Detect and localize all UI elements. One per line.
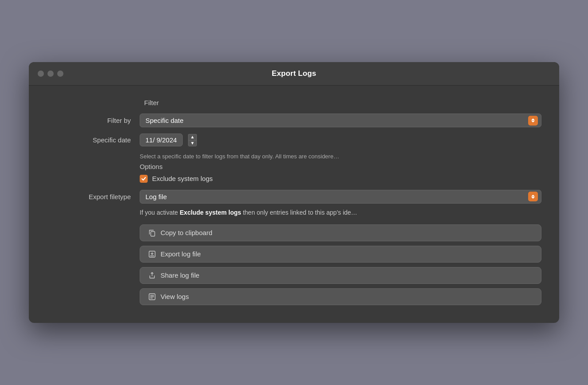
info-text-bold: Exclude system logs — [180, 209, 241, 216]
filter-by-control: Specific date Date range All logs — [140, 114, 541, 127]
copy-icon — [148, 229, 156, 237]
export-log-file-label: Export log file — [161, 250, 201, 258]
filter-by-label: Filter by — [47, 117, 140, 124]
date-wrapper: 11/ 9/2024 ▲ ▼ — [140, 134, 541, 146]
minimize-button[interactable] — [47, 71, 54, 77]
window-title: Export Logs — [272, 69, 316, 78]
date-decrement-button[interactable]: ▼ — [188, 140, 197, 146]
share-log-file-button[interactable]: Share log file — [140, 267, 541, 284]
exclude-system-logs-label: Exclude system logs — [152, 175, 213, 182]
date-input-box: 11/ 9/2024 — [140, 134, 183, 146]
view-logs-button[interactable]: View logs — [140, 288, 541, 305]
filter-by-select[interactable]: Specific date Date range All logs — [140, 114, 541, 127]
copy-to-clipboard-label: Copy to clipboard — [161, 229, 212, 236]
exclude-system-logs-row: Exclude system logs — [140, 175, 541, 183]
action-buttons-area: Copy to clipboard Export log file Share … — [140, 224, 541, 305]
date-value: 11/ 9/2024 — [145, 136, 177, 144]
export-filetype-row: Export filetype Log file CSV JSON — [47, 190, 541, 204]
export-log-file-button[interactable]: Export log file — [140, 246, 541, 263]
filetype-select-wrapper: Log file CSV JSON — [140, 190, 541, 204]
maximize-button[interactable] — [57, 71, 63, 77]
export-filetype-label: Export filetype — [47, 193, 140, 200]
export-logs-window: Export Logs Filter Filter by Specific da… — [29, 62, 559, 322]
export-icon — [148, 250, 156, 258]
date-hint-text: Select a specific date to filter logs fr… — [140, 153, 541, 161]
titlebar: Export Logs — [29, 62, 559, 86]
content-area: Filter Filter by Specific date Date rang… — [29, 86, 559, 322]
export-info-text: If you activate Exclude system logs then… — [140, 208, 541, 217]
filter-by-select-wrapper: Specific date Date range All logs — [140, 114, 541, 127]
copy-to-clipboard-button[interactable]: Copy to clipboard — [140, 224, 541, 241]
specific-date-label: Specific date — [47, 136, 140, 144]
filetype-select[interactable]: Log file CSV JSON — [140, 190, 541, 204]
date-stepper: ▲ ▼ — [188, 134, 197, 146]
view-logs-icon — [148, 293, 156, 301]
options-label: Options — [140, 163, 541, 170]
share-log-file-label: Share log file — [161, 271, 200, 279]
close-button[interactable] — [38, 71, 44, 77]
traffic-lights — [38, 71, 63, 77]
export-filetype-control: Log file CSV JSON — [140, 190, 541, 204]
info-text-before: If you activate — [140, 209, 180, 216]
specific-date-control: 11/ 9/2024 ▲ ▼ — [140, 134, 541, 146]
filter-by-row: Filter by Specific date Date range All l… — [47, 114, 541, 127]
filter-section-label: Filter — [144, 99, 541, 106]
view-logs-label: View logs — [161, 293, 189, 300]
svg-rect-0 — [151, 232, 155, 236]
share-icon — [148, 271, 156, 279]
date-increment-button[interactable]: ▲ — [188, 134, 197, 140]
specific-date-row: Specific date 11/ 9/2024 ▲ ▼ — [47, 134, 541, 146]
info-text-after: then only entries linked to this app's i… — [241, 209, 357, 216]
exclude-system-logs-checkbox[interactable] — [140, 175, 148, 183]
